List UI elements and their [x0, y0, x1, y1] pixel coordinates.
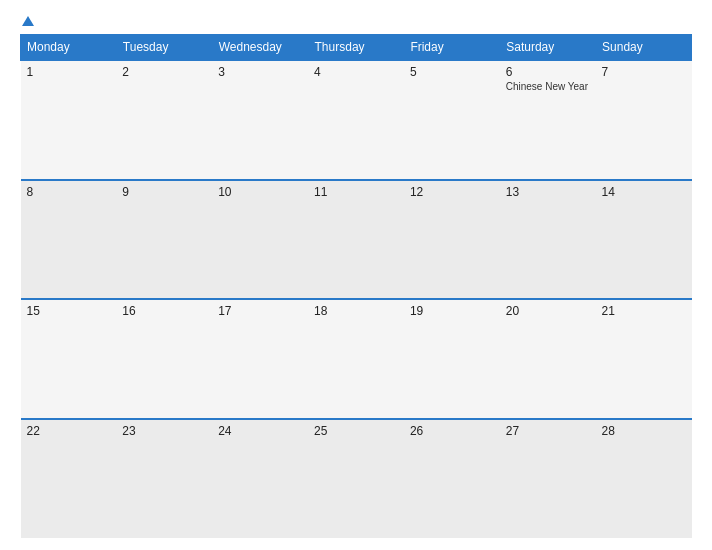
day-number: 8: [27, 185, 111, 199]
day-header-sunday: Sunday: [596, 35, 692, 61]
week-row-4: 22232425262728: [21, 419, 692, 539]
calendar-cell: 7: [596, 60, 692, 180]
calendar-cell: 21: [596, 299, 692, 419]
calendar-cell: 3: [212, 60, 308, 180]
day-header-friday: Friday: [404, 35, 500, 61]
day-number: 27: [506, 424, 590, 438]
day-number: 22: [27, 424, 111, 438]
day-number: 14: [602, 185, 686, 199]
day-number: 21: [602, 304, 686, 318]
day-number: 17: [218, 304, 302, 318]
day-header-thursday: Thursday: [308, 35, 404, 61]
calendar-cell: 25: [308, 419, 404, 539]
calendar-cell: 19: [404, 299, 500, 419]
day-number: 11: [314, 185, 398, 199]
day-number: 5: [410, 65, 494, 79]
calendar-cell: 15: [21, 299, 117, 419]
calendar-cell: 10: [212, 180, 308, 300]
days-of-week-row: MondayTuesdayWednesdayThursdayFridaySatu…: [21, 35, 692, 61]
day-number: 16: [122, 304, 206, 318]
logo-triangle-icon: [22, 16, 34, 26]
day-number: 4: [314, 65, 398, 79]
calendar-cell: 20: [500, 299, 596, 419]
calendar-cell: 26: [404, 419, 500, 539]
calendar-cell: 27: [500, 419, 596, 539]
calendar-cell: 16: [116, 299, 212, 419]
calendar-cell: 6Chinese New Year: [500, 60, 596, 180]
week-row-2: 891011121314: [21, 180, 692, 300]
day-number: 19: [410, 304, 494, 318]
day-number: 25: [314, 424, 398, 438]
calendar-cell: 14: [596, 180, 692, 300]
day-header-saturday: Saturday: [500, 35, 596, 61]
day-number: 23: [122, 424, 206, 438]
day-header-tuesday: Tuesday: [116, 35, 212, 61]
day-number: 12: [410, 185, 494, 199]
calendar-header: [20, 18, 692, 28]
calendar-header-row: MondayTuesdayWednesdayThursdayFridaySatu…: [21, 35, 692, 61]
week-row-1: 123456Chinese New Year7: [21, 60, 692, 180]
day-number: 28: [602, 424, 686, 438]
logo: [20, 18, 34, 28]
day-event: Chinese New Year: [506, 81, 590, 92]
calendar-cell: 24: [212, 419, 308, 539]
day-header-monday: Monday: [21, 35, 117, 61]
calendar-cell: 22: [21, 419, 117, 539]
calendar-cell: 4: [308, 60, 404, 180]
calendar-cell: 12: [404, 180, 500, 300]
week-row-3: 15161718192021: [21, 299, 692, 419]
day-number: 24: [218, 424, 302, 438]
calendar-cell: 9: [116, 180, 212, 300]
calendar-cell: 17: [212, 299, 308, 419]
calendar-body: 123456Chinese New Year789101112131415161…: [21, 60, 692, 538]
day-number: 6: [506, 65, 590, 79]
day-number: 3: [218, 65, 302, 79]
day-number: 15: [27, 304, 111, 318]
day-number: 18: [314, 304, 398, 318]
calendar-cell: 23: [116, 419, 212, 539]
calendar-cell: 2: [116, 60, 212, 180]
calendar-cell: 28: [596, 419, 692, 539]
day-number: 1: [27, 65, 111, 79]
day-number: 7: [602, 65, 686, 79]
calendar-cell: 11: [308, 180, 404, 300]
day-number: 2: [122, 65, 206, 79]
calendar-cell: 8: [21, 180, 117, 300]
calendar-cell: 5: [404, 60, 500, 180]
calendar-cell: 18: [308, 299, 404, 419]
calendar-cell: 1: [21, 60, 117, 180]
calendar-page: MondayTuesdayWednesdayThursdayFridaySatu…: [0, 0, 712, 550]
day-number: 13: [506, 185, 590, 199]
day-number: 26: [410, 424, 494, 438]
calendar-cell: 13: [500, 180, 596, 300]
day-number: 20: [506, 304, 590, 318]
day-number: 10: [218, 185, 302, 199]
day-header-wednesday: Wednesday: [212, 35, 308, 61]
day-number: 9: [122, 185, 206, 199]
calendar-table: MondayTuesdayWednesdayThursdayFridaySatu…: [20, 34, 692, 538]
